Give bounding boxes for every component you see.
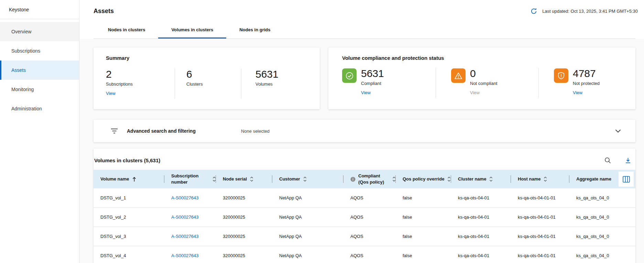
- column-header-host-name[interactable]: Host name: [511, 170, 569, 188]
- cell-node-serial: 320000025: [216, 208, 272, 227]
- sidebar-item-overview[interactable]: Overview: [0, 22, 79, 41]
- column-label: Compliant (Qos policy): [358, 173, 389, 185]
- not-compliant-label: Not compliant: [470, 81, 497, 86]
- summary-stats: 2 Subscriptions View 6 Clusters 5631 V: [106, 68, 320, 99]
- compliance-card: Volume compliance and protection status …: [328, 47, 635, 109]
- sidebar-item-administration[interactable]: Administration: [0, 99, 79, 118]
- cell-qos-override: false: [396, 227, 451, 246]
- sort-icon[interactable]: [303, 176, 307, 182]
- column-header-subscription-number[interactable]: Subscription number: [164, 170, 216, 188]
- column-picker-icon: [623, 176, 630, 183]
- sidebar-item-subscriptions[interactable]: Subscriptions: [0, 41, 79, 61]
- sidebar-item-label: Administration: [11, 106, 42, 111]
- cell-volume-name: DSTG_vol_4: [94, 246, 164, 263]
- cell-compliant-qos: AQOS: [343, 208, 396, 227]
- tab-label: Volumes in clusters: [171, 27, 213, 32]
- cell-compliant-qos: AQOS: [343, 246, 396, 263]
- column-header-customer[interactable]: Customer: [272, 170, 343, 188]
- search-button[interactable]: [604, 157, 611, 164]
- cell-customer: NetApp QA: [272, 208, 343, 227]
- compliant-stat: 5631 Compliant View: [342, 68, 436, 98]
- volumes-stat: 5631 Volumes: [241, 68, 279, 99]
- cell-node-serial: 320000025: [216, 188, 272, 207]
- cell-qos-override: false: [396, 246, 451, 263]
- cell-subscription-number: A-S00027643: [164, 188, 216, 207]
- cell-host-name: ks-qa-ots-04-01-01: [511, 188, 569, 207]
- not-compliant-stat: 0 Not compliant View: [436, 68, 538, 98]
- column-header-qos-policy-override[interactable]: Qos policy override: [396, 170, 451, 188]
- cell-node-serial: 320000025: [216, 246, 272, 263]
- subscriptions-count: 2: [106, 68, 175, 80]
- search-icon: [604, 157, 611, 164]
- column-label: Qos policy override: [403, 176, 444, 182]
- refresh-button[interactable]: [530, 8, 537, 15]
- cell-aggregate-name: ks_qa_ots_04_0: [569, 227, 635, 246]
- compliant-text: 5631 Compliant View: [361, 68, 384, 98]
- column-label: Cluster name: [458, 176, 486, 182]
- column-header-compliant-qos[interactable]: Compliant (Qos policy): [343, 170, 396, 188]
- tab-label: Nodes in clusters: [108, 27, 145, 32]
- tab-nodes-in-clusters[interactable]: Nodes in clusters: [95, 22, 158, 39]
- compliant-check-icon: [342, 68, 357, 83]
- warning-triangle-icon: [451, 68, 466, 83]
- view-compliant-link[interactable]: View: [361, 90, 371, 95]
- column-header-node-serial[interactable]: Node serial: [216, 170, 272, 188]
- cell-compliant-qos: AQOS: [343, 227, 396, 246]
- tabs-bar: Nodes in clusters Volumes in clusters No…: [79, 22, 644, 39]
- tab-nodes-in-grids[interactable]: Nodes in grids: [226, 22, 283, 39]
- sort-icon[interactable]: [544, 176, 547, 182]
- cell-aggregate-name: ks_qa_ots_04_0: [569, 208, 635, 227]
- cell-cluster-name: ks-qa-ots-04-01: [451, 208, 511, 227]
- column-label: Customer: [279, 176, 300, 182]
- table-title: Volumes in clusters (5,631): [94, 157, 160, 163]
- tab-volumes-in-clusters[interactable]: Volumes in clusters: [158, 22, 226, 39]
- sidebar-item-monitoring[interactable]: Monitoring: [0, 80, 79, 99]
- column-label: Node serial: [223, 176, 247, 182]
- cell-host-name: ks-qa-ots-04-01-01: [511, 227, 569, 246]
- sort-icon[interactable]: [489, 176, 493, 182]
- not-protected-text: 4787 Not protected View: [573, 68, 600, 98]
- filter-selection: None selected: [241, 129, 270, 134]
- filter-icon: [111, 128, 118, 134]
- cell-host-name: ks-qa-ots-04-01-01: [511, 208, 569, 227]
- filter-title: Advanced search and filtering: [127, 128, 196, 134]
- download-icon: [625, 157, 631, 164]
- subscription-link[interactable]: A-S00027643: [171, 215, 199, 220]
- cell-aggregate-name: ks_qa_ots_04_0: [569, 246, 635, 263]
- column-label: Subscription number: [171, 173, 209, 185]
- cell-volume-name: DSTG_vol_1: [94, 188, 164, 207]
- cell-cluster-name: ks-qa-ots-04-01: [451, 246, 511, 263]
- subscription-link[interactable]: A-S00027643: [171, 253, 199, 258]
- sort-icon[interactable]: [250, 176, 253, 182]
- cell-volume-name: DSTG_vol_3: [94, 227, 164, 246]
- cell-customer: NetApp QA: [272, 188, 343, 207]
- info-icon[interactable]: [350, 177, 356, 182]
- column-header-cluster-name[interactable]: Cluster name: [451, 170, 511, 188]
- cell-subscription-number: A-S00027643: [164, 246, 216, 263]
- sidebar-item-label: Assets: [11, 67, 26, 73]
- subscription-link[interactable]: A-S00027643: [171, 234, 199, 239]
- cell-aggregate-name: ks_qa_ots_04_0: [569, 188, 635, 207]
- subscriptions-label: Subscriptions: [106, 81, 175, 87]
- chevron-down-icon[interactable]: [615, 129, 621, 133]
- view-not-protected-link[interactable]: View: [573, 90, 582, 95]
- app-root: Keystone Overview Subscriptions Assets M…: [0, 0, 644, 263]
- volumes-label: Volumes: [255, 81, 279, 87]
- view-subscriptions-link[interactable]: View: [106, 91, 116, 96]
- sidebar: Keystone Overview Subscriptions Assets M…: [0, 0, 79, 263]
- not-protected-label: Not protected: [573, 81, 600, 86]
- table-actions: [604, 157, 631, 164]
- column-label: Host name: [518, 176, 541, 182]
- download-button[interactable]: [625, 157, 631, 164]
- sidebar-item-label: Subscriptions: [11, 48, 40, 54]
- column-header-volume-name[interactable]: Volume name: [94, 170, 164, 188]
- subscription-link[interactable]: A-S00027643: [171, 195, 199, 200]
- column-picker-button[interactable]: [619, 172, 634, 187]
- cell-cluster-name: ks-qa-ots-04-01: [451, 227, 511, 246]
- advanced-search-bar[interactable]: Advanced search and filtering None selec…: [94, 120, 635, 142]
- table-row: DSTG_vol_2 A-S00027643 320000025 NetApp …: [94, 208, 635, 227]
- sidebar-item-assets[interactable]: Assets: [0, 61, 79, 80]
- compliant-count: 5631: [361, 68, 384, 80]
- sort-ascending-icon[interactable]: [132, 177, 136, 182]
- sort-icon[interactable]: [447, 176, 451, 182]
